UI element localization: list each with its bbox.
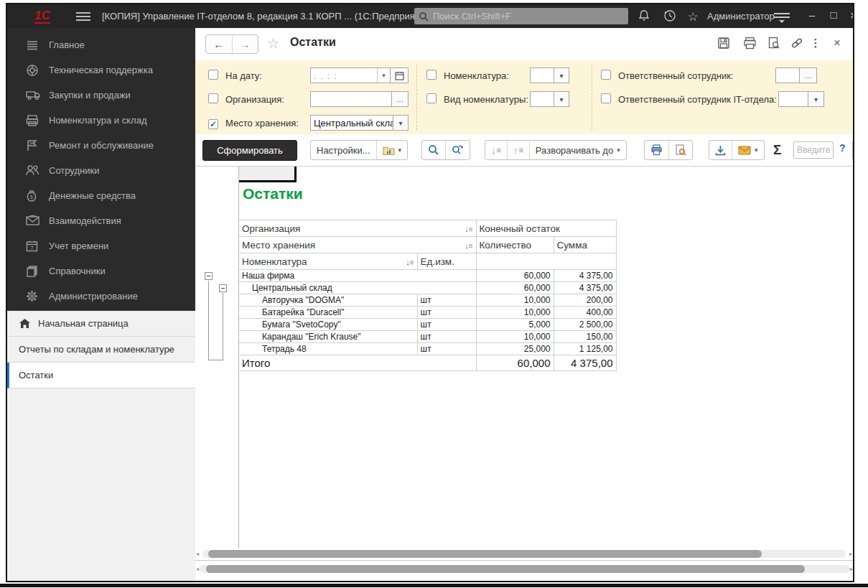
responsible-it-checkbox[interactable] [601,93,611,103]
app-window: 1С [КОПИЯ] Управление IT-отделом 8, реда… [6,3,854,582]
main-menu-icon[interactable] [76,10,90,22]
current-user[interactable]: Администратор [707,11,775,22]
report-horizontal-scrollbar[interactable]: ◂ ▸ [202,550,846,558]
scrollbar-thumb[interactable] [206,565,805,573]
scrollbar-thumb[interactable] [208,550,762,558]
col-end-balance[interactable]: Конечный остаток [476,220,616,237]
responsible-it-input[interactable] [778,91,808,107]
minimize-button[interactable]: – [803,9,821,21]
col-unit[interactable]: Ед.изм. [417,253,476,270]
collapse-group-icon[interactable] [205,272,213,280]
expand-rows-button[interactable]: ↑≡ [507,141,529,159]
print-icon[interactable] [741,37,758,51]
spreadsheet-corner-cell[interactable] [239,167,297,182]
nomenclature-kind-caret-button[interactable]: ▾ [554,91,569,107]
sort-icon[interactable]: ↓≡ [465,223,472,234]
sort-icon[interactable]: ↓≡ [465,240,472,251]
close-window-button[interactable]: × [844,9,854,23]
organization-input[interactable] [310,91,392,107]
sidebar-item-references[interactable]: Справочники [7,258,195,284]
calendar-button[interactable] [390,67,409,83]
report-row[interactable]: Бумага "SvetoCopy"шт5,0002 500,00 [239,319,616,331]
forward-button[interactable]: → [233,35,258,53]
sidebar-item-support[interactable]: Техническая поддержка [7,57,195,83]
autosum-button[interactable]: Σ [773,142,781,158]
find-button[interactable] [422,141,445,159]
on-date-input[interactable]: . . : : ▾ [310,67,391,83]
storage-input[interactable]: Центральный склад [310,115,393,131]
col-quantity[interactable]: Количество [476,237,554,253]
favorites-star-icon[interactable]: ☆ [685,9,701,24]
on-date-caret-icon[interactable]: ▾ [377,68,390,83]
sidebar-item-repair[interactable]: Ремонт и обслуживание [7,133,195,158]
storage-caret-button[interactable]: ▾ [393,115,409,131]
report-row[interactable]: Тетрадь 48шт25,0001 125,00 [239,343,616,355]
responsible-input[interactable] [775,67,800,83]
help-button[interactable]: ? [839,142,846,154]
service-menu-icon[interactable] [774,11,790,22]
quick-filter-input[interactable] [793,141,834,159]
nomenclature-kind-input[interactable] [530,91,554,107]
sidebar-tab-reports[interactable]: Отчеты по складам и номенклатуре [7,337,195,363]
collapse-group-icon[interactable] [219,284,227,292]
scroll-left-icon[interactable]: ◂ [196,550,199,558]
form-horizontal-scrollbar[interactable]: ◂ ▸ [200,565,850,573]
preview-icon[interactable] [765,37,783,51]
total-row[interactable]: Итого 60,000 4 375,00 [239,355,616,371]
generate-button[interactable]: Сформировать [202,140,297,161]
responsible-checkbox[interactable] [601,70,611,80]
print-report-button[interactable] [645,141,668,159]
expand-to-button[interactable]: Разворачивать до▾ [529,141,626,159]
notifications-bell-icon[interactable] [636,9,652,24]
sidebar-item-money[interactable]: $Денежные средства [7,183,195,208]
sidebar-item-main[interactable]: Главное [7,32,195,57]
collapse-rows-button[interactable]: ↓≡ [485,141,507,159]
report-row[interactable]: Центральный склад60,0004 375,00 [239,282,616,294]
sidebar-item-interactions[interactable]: Взаимодействия [7,208,195,233]
add-favorite-star-icon[interactable]: ☆ [267,35,279,52]
storage-checkbox[interactable]: ✓ [208,119,218,129]
settings-button[interactable]: Настройки... [311,141,376,159]
search-input[interactable] [433,11,598,22]
sidebar-item-administration[interactable]: Администрирование [7,284,195,309]
close-form-icon[interactable]: × [829,37,846,51]
report-row[interactable]: Батарейка "Duracell"шт10,000400,00 [239,307,616,319]
report-row[interactable]: Карандаш "Erich Krause"шт10,000150,00 [239,331,616,343]
organization-select-button[interactable]: … [391,91,409,107]
more-menu-icon[interactable]: ⋮ [807,37,824,51]
sidebar-tab-balances[interactable]: Остатки [7,363,195,388]
sidebar-item-label: Главное [49,39,85,50]
organization-checkbox[interactable] [208,93,218,103]
responsible-it-caret-button[interactable]: ▾ [808,91,824,107]
global-search[interactable] [414,8,628,24]
col-sum[interactable]: Сумма [554,237,616,253]
nomenclature-input[interactable] [530,67,554,83]
save-icon[interactable] [715,37,732,51]
back-button[interactable]: ← [206,35,233,53]
scroll-left-icon[interactable]: ◂ [196,565,199,573]
nomenclature-kind-checkbox[interactable] [426,93,437,103]
scroll-right-icon[interactable]: ▸ [850,565,853,573]
sort-icon[interactable]: ↓≡ [406,256,414,267]
sidebar-item-time[interactable]: 7Учет времени [7,233,195,258]
report-variants-button[interactable]: ▾ [376,141,408,159]
sidebar-item-nomenclature[interactable]: Номенклатура и склад [7,108,195,133]
send-mail-button[interactable]: ▾ [732,141,764,159]
nomenclature-checkbox[interactable] [426,70,437,80]
report-row[interactable]: Наша фирма60,0004 375,00 [239,270,616,282]
sidebar-item-employees[interactable]: Сотрудники [7,158,195,183]
nomenclature-caret-button[interactable]: ▾ [554,67,569,83]
sidebar-item-purchases[interactable]: Закупки и продажи [7,83,195,108]
scroll-right-icon[interactable]: ▸ [849,550,852,558]
responsible-select-button[interactable]: … [799,67,817,83]
get-link-icon[interactable] [788,37,806,51]
sidebar-tab-home[interactable]: Начальная страница [7,311,195,337]
cancel-find-button[interactable] [445,141,470,159]
maximize-button[interactable]: □ [824,9,843,21]
on-date-checkbox[interactable] [208,70,218,80]
save-report-button[interactable] [709,141,732,159]
report-row[interactable]: Авторучка "DOGMA"шт10,000200,00 [239,294,616,307]
print-preview-button[interactable] [668,141,692,159]
more-actions-button[interactable]: Ещё [852,140,853,160]
history-icon[interactable] [662,9,678,24]
